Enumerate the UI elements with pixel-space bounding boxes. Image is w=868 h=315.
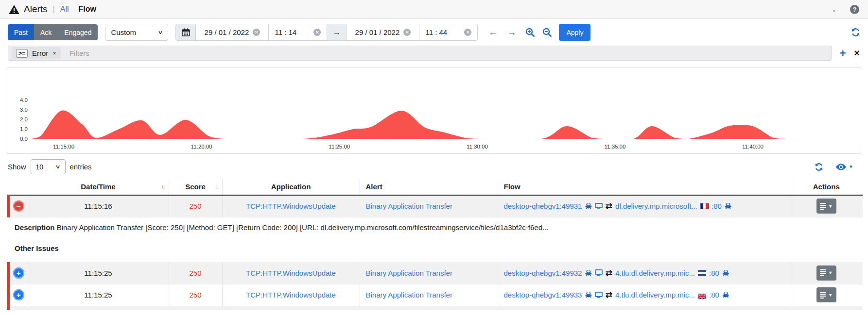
nav-tab-flow[interactable]: Flow: [79, 5, 96, 14]
table-row: + 11:15:25 250 TCP:HTTP.WindowsUpdate Bi…: [8, 284, 863, 306]
svg-text:11:30:00: 11:30:00: [467, 144, 488, 149]
caret-down-icon: ▼: [828, 293, 833, 298]
svg-text:11:40:00: 11:40:00: [742, 144, 764, 149]
page-size-select[interactable]: 10 ∨: [31, 159, 66, 174]
date-from-value: 29 / 01 / 2022: [205, 28, 249, 36]
country-flag-icon: [698, 292, 706, 298]
application-link[interactable]: TCP:HTTP.WindowsUpdate: [246, 269, 336, 277]
range-to-button[interactable]: →: [327, 24, 346, 40]
threat-skull-icon: ☠: [725, 201, 731, 211]
shift-range-forward-icon[interactable]: →: [507, 27, 516, 38]
zoom-in-icon[interactable]: [525, 28, 535, 37]
alert-link[interactable]: Binary Application Transfer: [366, 291, 452, 299]
exchange-arrows-icon: ⇄: [606, 290, 612, 300]
back-arrow-icon[interactable]: ←: [831, 3, 841, 15]
flow-source-link[interactable]: desktop-qhebgv1:49933: [504, 291, 582, 299]
refresh-icon[interactable]: [851, 28, 860, 37]
description-text: Binary Application Transfer [Score: 250]…: [57, 223, 549, 232]
column-header-score[interactable]: Score ↑↓: [169, 179, 222, 195]
sort-icon[interactable]: ↑↓: [215, 183, 218, 190]
expand-row-icon[interactable]: +: [13, 267, 24, 279]
table-refresh-icon[interactable]: [815, 163, 823, 171]
shift-range-back-icon[interactable]: ←: [488, 27, 497, 38]
caret-down-icon: ▼: [828, 204, 833, 209]
cell-score: 250: [169, 284, 222, 306]
zoom-out-icon[interactable]: [542, 28, 552, 37]
clear-filters-icon[interactable]: ✕: [854, 50, 860, 57]
flow-destination-link[interactable]: 4.tlu.dl.delivery.mp.mic...: [615, 291, 695, 299]
list-icon: [820, 292, 826, 298]
time-to-input[interactable]: 11 : 44 ✕: [419, 24, 477, 40]
caret-down-icon: ▼: [849, 164, 853, 169]
alert-state-segments: Past Ack Engaged: [8, 24, 98, 40]
svg-text:3.0: 3.0: [20, 107, 28, 113]
description-row: Description Binary Application Transfer …: [8, 217, 863, 238]
segment-past[interactable]: Past: [8, 24, 34, 40]
threat-skull-icon: ☠: [722, 290, 729, 299]
svg-text:4.0: 4.0: [20, 97, 28, 103]
filter-chip-error[interactable]: >= Error ×: [12, 47, 61, 59]
collapse-row-icon[interactable]: −: [13, 200, 24, 212]
list-icon: [820, 269, 826, 276]
range-preset-value: Custom: [111, 28, 136, 36]
threat-skull-icon: ☠: [585, 268, 591, 278]
clear-date-to-icon[interactable]: ✕: [403, 29, 411, 36]
expand-row-icon[interactable]: +: [13, 289, 24, 300]
segment-ack[interactable]: Ack: [34, 24, 58, 40]
filter-chip-remove-icon[interactable]: ×: [52, 50, 56, 57]
alerts-timeline-chart[interactable]: 0.01.02.03.04.011:15:0011:20:0011:25:001…: [7, 68, 861, 153]
clear-date-from-icon[interactable]: ✕: [253, 29, 260, 36]
flow-source-link[interactable]: desktop-qhebgv1:49932: [504, 269, 582, 277]
clear-time-from-icon[interactable]: ✕: [313, 29, 321, 36]
calendar-button[interactable]: [176, 24, 195, 40]
flow-cell: desktop-qhebgv1:49933 ☠ ⇄ 4.tlu.dl.deliv…: [504, 290, 787, 300]
column-header-flow[interactable]: Flow: [498, 179, 790, 195]
nav-tab-all[interactable]: All: [60, 5, 69, 14]
exchange-arrows-icon: ⇄: [606, 268, 612, 278]
sort-icon[interactable]: ↑↓: [161, 183, 165, 190]
row-actions-button[interactable]: ▼: [816, 287, 836, 302]
flow-port-link[interactable]: :80: [709, 269, 719, 277]
filter-bar: >= Error × Filters + ✕: [8, 46, 860, 61]
flow-cell: desktop-qhebgv1:49931 ☠ ⇄ dl.delivery.mp…: [504, 201, 787, 211]
filter-chip-operator: >=: [16, 49, 28, 58]
partial-next-row: [8, 306, 863, 310]
flow-destination-link[interactable]: 4.tlu.dl.delivery.mp.mic...: [615, 269, 695, 277]
time-from-input[interactable]: 11 : 14 ✕: [268, 24, 327, 40]
table-header-row: Date/Time ↑↓ Score ↑↓ Application Alert …: [8, 179, 863, 195]
flow-source-link[interactable]: desktop-qhebgv1:49931: [504, 202, 582, 210]
table-row: + 11:15:25 250 TCP:HTTP.WindowsUpdate Bi…: [8, 262, 863, 284]
flow-port-link[interactable]: :80: [709, 291, 719, 299]
flow-destination-link[interactable]: dl.delivery.mp.microsoft...: [615, 202, 697, 210]
cell-datetime: 11:15:25: [28, 262, 169, 284]
column-header-application[interactable]: Application: [222, 179, 360, 195]
segment-engaged[interactable]: Engaged: [58, 24, 98, 40]
cell-score: 250: [169, 262, 222, 284]
other-issues-label: Other Issues: [8, 238, 863, 259]
row-actions-button[interactable]: ▼: [816, 265, 836, 281]
filters-input[interactable]: >= Error × Filters: [8, 46, 832, 61]
column-header-datetime[interactable]: Date/Time ↑↓: [28, 179, 169, 195]
date-to-input[interactable]: 29 / 01 / 2022 ✕: [346, 24, 419, 40]
add-filter-icon[interactable]: +: [840, 48, 846, 59]
cell-datetime: 11:15:16: [28, 195, 169, 217]
flow-port-link[interactable]: :80: [712, 202, 722, 210]
row-actions-button[interactable]: ▼: [816, 199, 836, 214]
chevron-down-icon: ∨: [55, 164, 61, 170]
application-link[interactable]: TCP:HTTP.WindowsUpdate: [246, 202, 336, 210]
other-issues-row: Other Issues: [8, 238, 863, 259]
column-visibility-control[interactable]: ▼: [836, 164, 853, 170]
alert-link[interactable]: Binary Application Transfer: [366, 202, 452, 210]
help-icon[interactable]: ?: [850, 5, 859, 14]
column-header-alert[interactable]: Alert: [360, 179, 498, 195]
clear-time-to-icon[interactable]: ✕: [464, 29, 471, 36]
cell-score: 250: [169, 195, 222, 217]
flow-cell: desktop-qhebgv1:49932 ☠ ⇄ 4.tlu.dl.deliv…: [504, 268, 787, 278]
page-title: Alerts: [24, 4, 48, 15]
application-link[interactable]: TCP:HTTP.WindowsUpdate: [246, 291, 336, 299]
date-from-input[interactable]: 29 / 01 / 2022 ✕: [195, 24, 268, 40]
apply-button[interactable]: Apply: [559, 24, 590, 41]
alert-link[interactable]: Binary Application Transfer: [366, 269, 452, 277]
page-size-value: 10: [36, 163, 44, 171]
range-preset-select[interactable]: Custom ∨: [105, 24, 168, 41]
